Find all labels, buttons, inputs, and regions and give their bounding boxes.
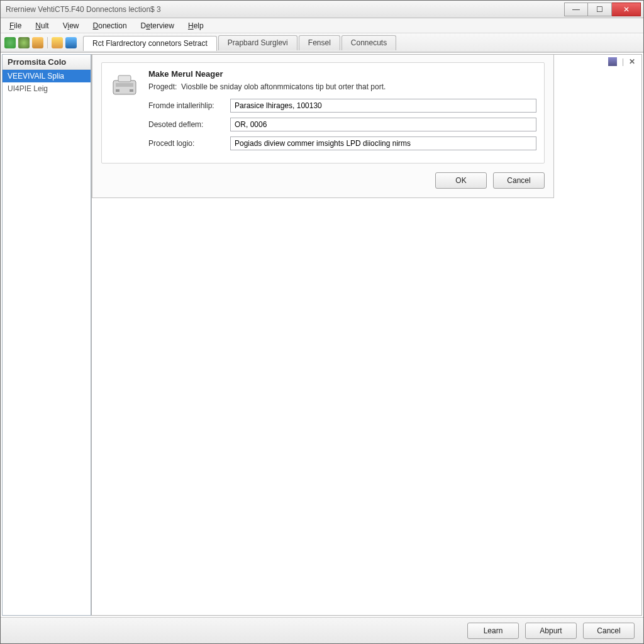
form-row-fromde: Fromde intallerihlip: [148, 99, 536, 113]
bottom-cancel-button[interactable]: Cancel [583, 623, 635, 639]
form-row-procedt: Procedt logio: [148, 136, 536, 150]
sidebar-header: Prromsita Colo [3, 55, 91, 70]
svg-rect-3 [116, 89, 119, 92]
pane-close-icon[interactable]: ✕ [629, 57, 638, 66]
dialog-buttons: OK Cancel [101, 172, 545, 189]
learn-button[interactable]: Learn [467, 623, 519, 639]
dialog-title: Make Merul Neager [148, 69, 536, 79]
pane-tools-separator: | [622, 57, 624, 66]
form-label: Procedt logio: [148, 139, 230, 148]
tool-icon-2[interactable] [18, 37, 30, 48]
close-icon: ✕ [623, 5, 630, 14]
tool-icon-5[interactable] [65, 37, 77, 48]
tab-label: Fensel [308, 38, 331, 47]
minimize-icon: — [572, 5, 580, 14]
sidebar-item-label: UI4PIE Leig [8, 84, 48, 93]
toolbar: Rct Flardrectory connetors Setract Prapb… [1, 33, 643, 52]
workspace: Prromsita Colo VEEVIVAIL Splia UI4PIE Le… [1, 52, 643, 617]
button-label: Abpurt [540, 626, 562, 635]
svg-rect-2 [118, 75, 131, 82]
maximize-icon: ☐ [596, 5, 603, 14]
pane-tools: | ✕ [608, 57, 638, 66]
menu-help[interactable]: Help [182, 20, 210, 31]
dialog-description: Progedt: Viosblle be sniday olob aftonmm… [148, 82, 536, 91]
svg-rect-4 [130, 89, 133, 92]
tab-prapbard[interactable]: Prapbard Surglevi [218, 35, 297, 50]
button-label: OK [455, 176, 466, 185]
app-window: Rrerniew VehtiCT5.F40 Donnectons lection… [0, 0, 644, 644]
dialog-desc-text: Viosblle be sniday olob aftonmmicatons t… [181, 82, 386, 91]
button-label: Learn [484, 626, 503, 635]
options-icon[interactable] [608, 57, 617, 66]
bottom-bar: Learn Abpurt Cancel [1, 617, 643, 643]
button-label: Cancel [507, 176, 530, 185]
dialog-panel: Make Merul Neager Progedt: Viosblle be s… [92, 55, 554, 198]
dialog-body: Make Merul Neager Progedt: Viosblle be s… [148, 69, 536, 155]
sidebar-item-ui4pie[interactable]: UI4PIE Leig [3, 82, 91, 95]
menu-donection[interactable]: Donection [87, 20, 133, 31]
desoted-input[interactable] [230, 118, 536, 131]
maximize-button[interactable]: ☐ [588, 3, 612, 16]
ok-button[interactable]: OK [435, 172, 487, 189]
svg-rect-0 [113, 80, 136, 94]
svg-rect-1 [116, 83, 133, 87]
tab-label: Rct Flardrectory connetors Setract [92, 39, 208, 48]
tool-icon-3[interactable] [32, 37, 43, 48]
tab-rct[interactable]: Rct Flardrectory connetors Setract [83, 36, 217, 51]
main-pane: | ✕ [91, 54, 642, 616]
tab-fensel[interactable]: Fensel [299, 35, 340, 50]
dialog-inner: Make Merul Neager Progedt: Viosblle be s… [101, 62, 545, 164]
procedt-input[interactable] [230, 136, 536, 150]
menu-nult[interactable]: Nult [29, 20, 55, 31]
device-icon [109, 69, 140, 99]
dialog-desc-label: Progedt: [148, 82, 177, 91]
menu-deterview[interactable]: Deterview [135, 20, 180, 31]
tool-icon-4[interactable] [52, 37, 63, 48]
tool-icon-1[interactable] [4, 37, 16, 48]
minimize-button[interactable]: — [564, 3, 588, 16]
tab-connecuts[interactable]: Connecuts [341, 35, 396, 50]
menu-file[interactable]: File [3, 20, 28, 31]
menu-view[interactable]: View [57, 20, 86, 31]
titlebar: Rrerniew VehtiCT5.F40 Donnectons lection… [1, 1, 643, 18]
window-title: Rrerniew VehtiCT5.F40 Donnectons lection… [3, 5, 564, 14]
tab-label: Connecuts [351, 38, 387, 47]
form-label: Desoted deflem: [148, 120, 230, 129]
sidebar-item-veevivail[interactable]: VEEVIVAIL Splia [3, 70, 91, 82]
button-label: Cancel [597, 626, 620, 635]
form-label: Fromde intallerihlip: [148, 101, 230, 110]
cancel-button[interactable]: Cancel [493, 172, 545, 189]
menubar: File Nult View Donection Deterview Help [1, 18, 643, 33]
toolbar-separator [47, 37, 48, 48]
form-row-desoted: Desoted deflem: [148, 118, 536, 131]
fromde-input[interactable] [230, 99, 536, 113]
close-button[interactable]: ✕ [612, 3, 641, 16]
tab-label: Prapbard Surglevi [228, 38, 288, 47]
sidebar-item-label: VEEVIVAIL Splia [8, 72, 64, 80]
sidebar: Prromsita Colo VEEVIVAIL Splia UI4PIE Le… [2, 54, 91, 616]
window-buttons: — ☐ ✕ [564, 3, 641, 16]
dialog-head: Make Merul Neager Progedt: Viosblle be s… [109, 69, 536, 155]
tab-strip: Rct Flardrectory connetors Setract Prapb… [83, 35, 397, 50]
abpurt-button[interactable]: Abpurt [525, 623, 577, 639]
